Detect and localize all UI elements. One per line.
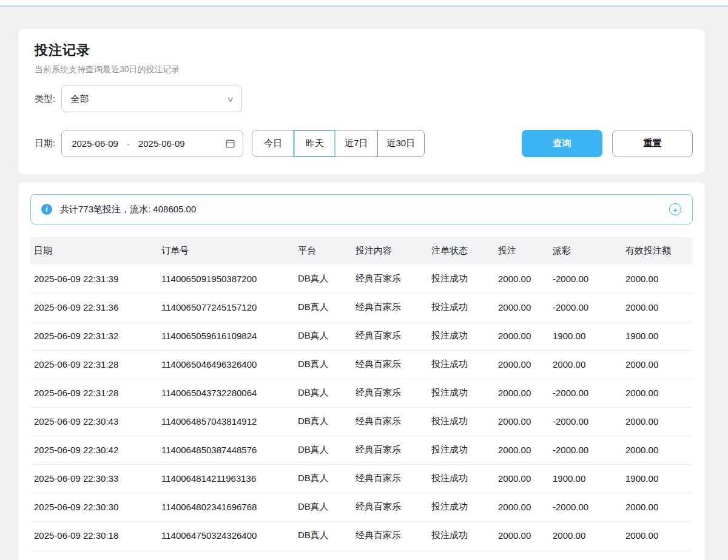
cell-status: 投注成功: [428, 464, 494, 493]
table-row: 2025-06-09 22:30:43 1140064857043814912 …: [30, 407, 693, 436]
cell-status: 投注成功: [428, 521, 494, 550]
cell-date: 2025-06-09 22:31:32: [30, 322, 158, 350]
cell-status: 投注成功: [428, 379, 494, 407]
cell-platform: DB真人: [294, 379, 352, 407]
date-label: 日期:: [35, 138, 55, 149]
column-header: 派彩: [549, 237, 622, 265]
cell-date: 2025-06-09 22:31:28: [30, 379, 158, 407]
cell-bet-amount: 2000.00: [494, 436, 549, 464]
cell-date: 2025-06-09 22:31:36: [30, 293, 158, 322]
column-header: 注单状态: [428, 237, 494, 265]
cell-payout: -2000.00: [549, 379, 622, 407]
quick-range-2[interactable]: 近7日: [335, 130, 377, 157]
cell-valid-amount: 2000.00: [622, 293, 693, 322]
search-button[interactable]: 查询: [522, 130, 602, 157]
cell-bet-content: 经典百家乐: [352, 493, 428, 521]
cell-date: 2025-06-09 22:31:39: [30, 265, 158, 293]
quick-range-3[interactable]: 近30日: [377, 130, 425, 157]
date-range-picker[interactable]: 2025-06-09 - 2025-06-09: [61, 130, 243, 157]
filter-panel: 投注记录 当前系统支持查询最近30日的投注记录 类型: 全部 ∨ 日期: 202…: [18, 29, 705, 174]
reset-button[interactable]: 重置: [612, 130, 693, 157]
quick-range-1[interactable]: 昨天: [294, 130, 335, 157]
cell-status: 投注成功: [428, 265, 494, 293]
cell-valid-amount: 2000.00: [622, 379, 693, 407]
cell-bet-content: 经典百家乐: [352, 350, 428, 379]
cell-platform: DB真人: [294, 436, 352, 464]
table-row: 2025-06-09 22:31:28 1140065043732280064 …: [30, 379, 693, 407]
table-row: 2025-06-09 22:31:32 1140065059616109824 …: [30, 322, 693, 350]
cell-bet-amount: 2000.00: [494, 493, 549, 521]
cell-platform: DB真人: [294, 521, 352, 550]
column-header: 投注内容: [352, 237, 428, 265]
calendar-icon: [225, 138, 235, 149]
type-label: 类型:: [35, 93, 55, 105]
cell-valid-amount: 1900.00: [622, 322, 693, 350]
column-header: 日期: [30, 237, 158, 265]
page-title: 投注记录: [35, 41, 693, 59]
table-row: 2025-06-09 22:30:18 1140064750324326400 …: [30, 521, 693, 550]
cell-payout: -2000.00: [549, 293, 622, 322]
cell-payout: -2000.00: [549, 436, 622, 464]
cell-payout: -2000.00: [549, 407, 622, 436]
cell-bet-amount: 2000.00: [494, 322, 549, 350]
chevron-down-icon: ∨: [226, 95, 234, 104]
cell-platform: DB真人: [294, 493, 352, 521]
cell-bet-amount: 2000.00: [494, 464, 549, 493]
cell-status: 投注成功: [428, 407, 494, 436]
column-header: 投注: [494, 237, 549, 265]
cell-status: 投注成功: [428, 436, 494, 464]
cell-bet-content: 经典百家乐: [352, 407, 428, 436]
top-strip: [0, 0, 728, 5]
cell-platform: DB真人: [294, 464, 352, 493]
cell-bet-content: 经典百家乐: [352, 379, 428, 407]
cell-order-number: 1140065046496326400: [158, 350, 294, 379]
cell-date: 2025-06-09 22:30:42: [30, 436, 158, 464]
summary-alert: i 共计773笔投注，流水: 408605.00 +: [30, 194, 693, 224]
date-start-value: 2025-06-09: [72, 138, 118, 149]
table-row: 2025-06-09 22:30:30 1140064802341696768 …: [30, 493, 693, 521]
cell-order-number: 1140064850387448576: [158, 436, 294, 464]
quick-range-group: 今日 昨天 近7日 近30日: [252, 130, 425, 157]
table-header-row: 日期订单号平台投注内容注单状态投注派彩有效投注额: [30, 237, 693, 265]
date-end-value: 2025-06-09: [138, 138, 185, 149]
records-panel: i 共计773笔投注，流水: 408605.00 + 日期订单号平台投注内容注单…: [18, 182, 705, 560]
cell-date: 2025-06-09 22:30:43: [30, 407, 158, 436]
cell-bet-amount: 2000.00: [494, 265, 549, 293]
cell-order-number: 1140065059616109824: [158, 322, 294, 350]
date-filter-row: 日期: 2025-06-09 - 2025-06-09 今日 昨天 近7日 近3…: [35, 130, 693, 157]
table-row: 2025-06-09 22:31:39 1140065091950387200 …: [30, 265, 693, 293]
cell-valid-amount: 2000.00: [622, 350, 693, 379]
quick-range-0[interactable]: 今日: [252, 130, 294, 157]
top-divider-line: [0, 5, 728, 7]
cell-valid-amount: 2000.00: [622, 521, 693, 550]
type-select[interactable]: 全部 ∨: [61, 86, 242, 112]
type-select-value: 全部: [70, 93, 89, 105]
cell-bet-amount: 2000.00: [494, 350, 549, 379]
cell-valid-amount: 2000.00: [622, 436, 693, 464]
cell-valid-amount: 2000.00: [622, 407, 693, 436]
cell-date: 2025-06-09 22:31:28: [30, 350, 158, 379]
type-filter-row: 类型: 全部 ∨: [35, 86, 693, 112]
cell-order-number: 1140065077245157120: [158, 293, 294, 322]
cell-valid-amount: 2000.00: [622, 265, 693, 293]
cell-payout: -2000.00: [549, 265, 622, 293]
table-row: 2025-06-09 22:31:36 1140065077245157120 …: [30, 293, 693, 322]
cell-order-number: 1140065043732280064: [158, 379, 294, 407]
cell-date: 2025-06-09 22:30:33: [30, 464, 158, 493]
cell-date: 2025-06-09 22:30:18: [30, 521, 158, 550]
cell-order-number: 1140064857043814912: [158, 407, 294, 436]
plus-circle-icon[interactable]: +: [669, 203, 681, 215]
cell-bet-amount: 2000.00: [494, 521, 549, 550]
action-buttons: 查询 重置: [522, 130, 693, 157]
table-row: 2025-06-09 22:31:28 1140065046496326400 …: [30, 350, 693, 379]
cell-status: 投注成功: [428, 322, 494, 350]
cell-bet-content: 经典百家乐: [352, 322, 428, 350]
records-table: 日期订单号平台投注内容注单状态投注派彩有效投注额 2025-06-09 22:3…: [30, 237, 693, 550]
info-icon: i: [41, 204, 52, 215]
cell-platform: DB真人: [294, 293, 352, 322]
column-header: 平台: [294, 237, 352, 265]
summary-text: 共计773笔投注，流水: 408605.00: [60, 204, 196, 215]
cell-order-number: 1140065091950387200: [158, 265, 294, 293]
cell-payout: 2000.00: [549, 521, 622, 550]
cell-platform: DB真人: [294, 265, 352, 293]
